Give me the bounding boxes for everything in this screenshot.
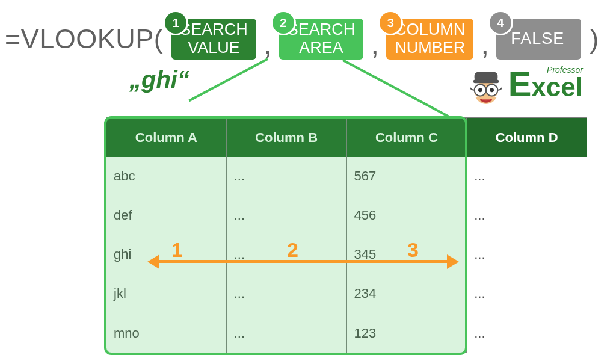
cell: def [106,196,227,235]
cell: ... [227,274,347,313]
vlookup-formula: =VLOOKUP( 1 SEARCH VALUE , 2 SEARCH AREA… [5,6,611,72]
cell: abc [106,157,227,196]
svg-rect-2 [473,79,499,83]
comma-3: , [481,26,489,61]
table-row: abc ... 567 ... [106,157,587,196]
cell: mno [106,313,227,353]
table-body: abc ... 567 ... def ... 456 ... ghi ... … [106,157,587,353]
cell: ... [467,196,587,235]
formula-prefix: =VLOOKUP( [5,23,163,55]
arg2-line2: AREA [299,39,343,57]
badge-3: 3 [378,10,403,35]
arg-search-value: 1 SEARCH VALUE [171,19,256,60]
table-header-row: Column A Column B Column C Column D [106,118,587,157]
cell: ... [227,157,347,196]
col-header-a: Column A [106,118,227,157]
example-search-value: „ghi“ [129,66,189,93]
arg3-line2: NUMBER [395,39,465,57]
arg-column-number: 3 COLUMN NUMBER [386,19,473,60]
table-row: mno ... 123 ... [106,313,587,353]
cell: ... [227,313,347,353]
professor-face-icon [469,69,504,105]
table-row: def ... 456 ... [106,196,587,235]
svg-point-5 [478,88,482,92]
arg3-line1: COLUMN [395,21,465,39]
table-row: ghi ... 345 ... [106,235,587,274]
cell: 456 [347,196,467,235]
diagram-stage: =VLOOKUP( 1 SEARCH VALUE , 2 SEARCH AREA… [0,0,616,364]
cell: 567 [347,157,467,196]
arg-false: 4 FALSE [496,19,581,60]
badge-2: 2 [271,10,296,35]
cell: ... [467,157,587,196]
cell: ghi [106,235,227,274]
cell: ... [467,274,587,313]
professor-excel-logo: Professor Excel [469,69,583,105]
arg2-line1: SEARCH [288,21,356,39]
comma-2: , [371,26,379,61]
cell: jkl [106,274,227,313]
logo-text: Professor Excel [508,74,583,100]
table-row: jkl ... 234 ... [106,274,587,313]
cell: ... [227,196,347,235]
arg1-line2: VALUE [188,39,240,57]
col-header-b: Column B [227,118,347,157]
badge-4: 4 [488,10,513,35]
cell: 234 [347,274,467,313]
lookup-table: Column A Column B Column C Column D abc … [106,117,587,353]
cell: 345 [347,235,467,274]
comma-1: , [263,26,272,61]
arg1-line1: SEARCH [180,21,248,39]
arg4-line1: FALSE [511,30,564,48]
svg-point-6 [490,88,494,92]
col-header-c: Column C [347,118,467,157]
cell: ... [467,235,587,274]
cell: ... [227,235,347,274]
col-header-d: Column D [467,118,587,157]
cell: ... [467,313,587,353]
logo-small: Professor [547,66,583,74]
cell: 123 [347,313,467,353]
arg-search-area: 2 SEARCH AREA [279,19,364,60]
formula-suffix: ) [590,23,599,55]
